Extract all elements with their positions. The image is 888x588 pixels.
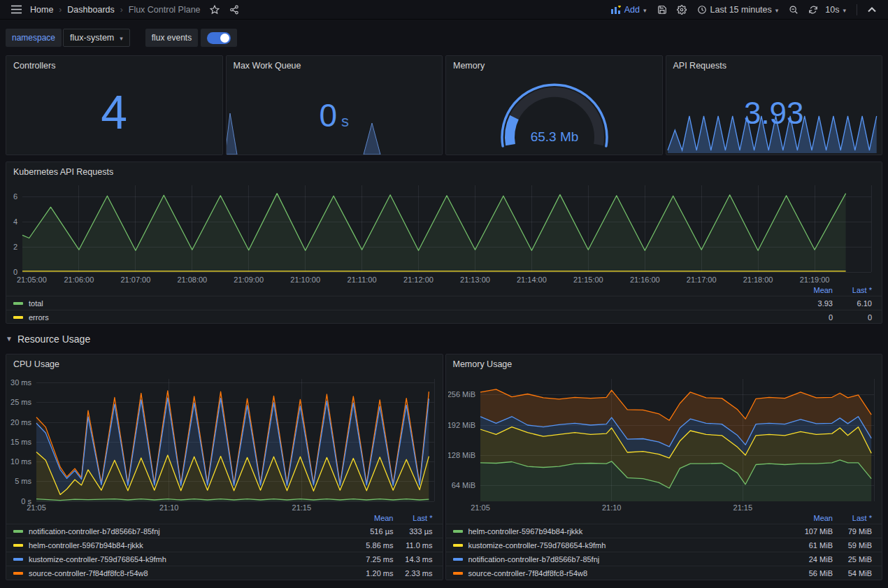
section-title: Resource Usage <box>17 334 90 345</box>
series-last-value: 333 µs <box>394 527 433 536</box>
svg-text:64 MiB: 64 MiB <box>451 481 475 489</box>
series-color-dash <box>13 302 23 305</box>
series-label[interactable]: source-controller-7f84df8fc8-r54w8 <box>29 569 148 578</box>
svg-text:21:13:00: 21:13:00 <box>460 275 490 284</box>
series-mean-value: 7.25 ms <box>349 555 394 564</box>
svg-text:21:11:00: 21:11:00 <box>348 275 377 284</box>
cpu-usage-chart: 0 s5 ms10 ms15 ms20 ms25 ms30 ms21:0521:… <box>8 372 441 512</box>
series-last-value: 6.10 <box>833 299 872 308</box>
svg-text:21:10: 21:10 <box>159 503 179 512</box>
panel-title[interactable]: Memory <box>446 56 662 73</box>
svg-text:15 ms: 15 ms <box>10 438 31 446</box>
series-label[interactable]: helm-controller-5967b94b84-rjkkk <box>468 527 583 536</box>
svg-text:6: 6 <box>13 192 17 201</box>
svg-text:21:16:00: 21:16:00 <box>630 275 660 284</box>
legend-row: source-controller-7f84df8fc8-r54w856 MiB… <box>446 566 882 580</box>
panel-title[interactable]: Kubernetes API Requests <box>6 162 882 180</box>
memory-gauge: 65.3 Mb <box>446 73 662 155</box>
legend-mean-header[interactable]: Mean <box>349 514 394 522</box>
dashboard-settings-gear-icon[interactable] <box>673 1 691 18</box>
svg-text:21:17:00: 21:17:00 <box>687 275 717 284</box>
refresh-interval-picker[interactable]: 10s ▾ <box>824 1 851 18</box>
svg-text:0: 0 <box>13 268 17 276</box>
svg-text:128 MiB: 128 MiB <box>448 451 475 459</box>
flux-events-toggle-wrap <box>201 29 237 47</box>
add-panel-button[interactable]: Add ▾ <box>606 1 652 18</box>
svg-text:21:10: 21:10 <box>601 503 621 512</box>
panel-title[interactable]: Max Work Queue <box>227 56 443 73</box>
series-last-value: 0 <box>833 313 872 322</box>
dashboard-controls-bar: namespace flux-system ▾ flux events <box>6 29 882 47</box>
flux-events-toggle[interactable] <box>207 32 231 44</box>
legend-header: MeanLast * <box>446 512 882 524</box>
panel-title[interactable]: CPU Usage <box>6 354 443 372</box>
series-mean-value: 24 MiB <box>788 555 833 564</box>
series-label[interactable]: source-controller-7f84df8fc8-r54w8 <box>468 569 588 578</box>
svg-text:21:19:00: 21:19:00 <box>800 275 830 284</box>
panel-title[interactable]: Memory Usage <box>446 354 882 372</box>
series-label[interactable]: total <box>29 299 43 308</box>
svg-text:192 MiB: 192 MiB <box>448 421 475 429</box>
panel-kubernetes-api-requests: Kubernetes API Requests 024621:05:0021:0… <box>6 162 882 324</box>
series-label[interactable]: notification-controller-b7d8566b7-85fnj <box>29 527 160 536</box>
svg-text:21:08:00: 21:08:00 <box>177 275 207 284</box>
legend-header: MeanLast * <box>6 512 443 524</box>
legend-row: total3.936.10 <box>6 296 882 310</box>
panel-memory-usage: Memory Usage 64 MiB128 MiB192 MiB256 MiB… <box>445 354 883 580</box>
svg-text:21:15: 21:15 <box>733 503 752 512</box>
series-label[interactable]: errors <box>29 313 49 322</box>
series-label[interactable]: notification-controller-b7d8566b7-85fnj <box>468 555 600 564</box>
svg-text:20 ms: 20 ms <box>10 418 31 426</box>
namespace-variable-select[interactable]: flux-system ▾ <box>63 29 130 47</box>
series-label[interactable]: kustomize-controller-759d768654-k9fmh <box>468 541 606 550</box>
save-dashboard-icon[interactable] <box>653 1 671 18</box>
legend-last-header[interactable]: Last * <box>833 514 872 522</box>
controllers-stat-value: 4 <box>6 88 222 136</box>
toggle-knob <box>220 34 229 43</box>
legend-row: errors00 <box>6 310 882 324</box>
panel-title[interactable]: API Requests <box>666 56 882 73</box>
series-color-dash <box>13 558 23 561</box>
legend-mean-header[interactable]: Mean <box>788 514 833 522</box>
svg-text:65.3 Mb: 65.3 Mb <box>531 129 579 144</box>
series-mean-value: 1.20 ms <box>349 569 394 578</box>
series-color-dash <box>453 558 463 561</box>
legend-last-header[interactable]: Last * <box>833 286 872 294</box>
series-mean-value: 61 MiB <box>788 541 833 550</box>
stat-unit: s <box>341 113 349 130</box>
time-range-picker[interactable]: Last 15 minutes ▾ <box>692 1 784 18</box>
zoom-out-time-icon[interactable] <box>785 1 803 18</box>
refresh-icon[interactable] <box>804 1 822 18</box>
series-mean-value: 5.86 ms <box>349 541 394 550</box>
hamburger-menu-icon[interactable] <box>7 1 25 18</box>
collapse-navbar-chevron-up-icon[interactable] <box>863 1 881 18</box>
memory-usage-legend: MeanLast *helm-controller-5967b94b84-rjk… <box>446 512 882 580</box>
section-resource-usage[interactable]: ▼ Resource Usage <box>6 331 882 347</box>
chevron-down-icon: ▾ <box>843 7 846 14</box>
share-icon[interactable] <box>225 1 243 18</box>
series-color-dash <box>453 572 463 575</box>
svg-text:2: 2 <box>13 243 17 251</box>
breadcrumb-separator: › <box>120 5 124 15</box>
namespace-variable-label: namespace <box>6 29 62 47</box>
svg-text:21:07:00: 21:07:00 <box>120 275 150 284</box>
svg-text:21:15: 21:15 <box>292 503 312 512</box>
series-color-dash <box>453 530 463 533</box>
legend-row: source-controller-7f84df8fc8-r54w81.20 m… <box>6 566 443 580</box>
panel-max-work-queue: Max Work Queue 0 s <box>226 55 443 155</box>
svg-text:5 ms: 5 ms <box>15 477 31 485</box>
breadcrumb-home[interactable]: Home <box>27 5 57 15</box>
favorite-star-icon[interactable] <box>206 1 224 18</box>
legend-row: helm-controller-5967b94b84-rjkkk107 MiB7… <box>446 524 882 538</box>
legend-mean-header[interactable]: Mean <box>788 286 833 294</box>
panel-title[interactable]: Controllers <box>6 56 222 73</box>
svg-text:21:14:00: 21:14:00 <box>517 275 547 284</box>
svg-text:21:10:00: 21:10:00 <box>290 275 320 284</box>
series-label[interactable]: helm-controller-5967b94b84-rjkkk <box>29 541 143 550</box>
breadcrumb-dashboards[interactable]: Dashboards <box>64 5 117 15</box>
series-color-dash <box>453 544 463 547</box>
legend-last-header[interactable]: Last * <box>394 514 433 522</box>
legend-row: kustomize-controller-759d768654-k9fmh7.2… <box>6 552 443 566</box>
series-label[interactable]: kustomize-controller-759d768654-k9fmh <box>29 555 166 564</box>
flux-events-label: flux events <box>145 29 198 47</box>
